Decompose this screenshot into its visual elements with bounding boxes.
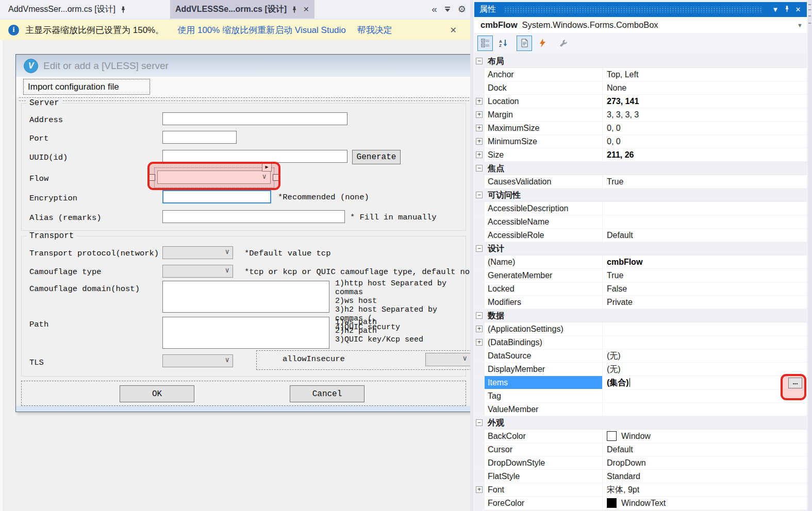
property-value[interactable]: (无) [602,349,807,362]
collection-editor-button[interactable]: ... [788,378,802,388]
events-button[interactable] [535,36,550,51]
properties-title-bar[interactable]: 属性 ▼ ✕ [474,2,807,17]
network-combobox[interactable]: ∨ [162,246,233,259]
property-name[interactable]: Cursor [485,443,602,456]
allow-insecure-combobox[interactable]: ∨ [425,353,470,366]
property-name[interactable]: Locked [485,282,602,295]
property-name[interactable]: AccessibleName [485,215,602,228]
property-value[interactable]: 273, 141 [602,95,807,108]
pin-icon[interactable] [291,6,298,13]
property-value[interactable]: DropDown [602,456,807,469]
collapse-icon[interactable]: − [476,419,483,426]
property-name[interactable]: Size [485,148,602,161]
pinned-tabs-menu-icon[interactable] [444,7,451,12]
property-row[interactable]: AccessibleName [474,215,807,229]
property-row[interactable]: +(DataBindings) [474,336,807,349]
property-value[interactable]: True [602,269,807,282]
property-row[interactable]: +Font宋体, 9pt [474,483,807,497]
property-value[interactable]: cmbFlow [602,256,807,268]
property-row[interactable]: DataSource(无) [474,349,807,363]
property-value[interactable]: 0, 0 [602,122,807,134]
property-name[interactable]: Location [485,95,602,108]
gear-icon[interactable]: ⚙ [458,4,466,15]
tab-addvmess[interactable]: AddVmessSer...orm.cs [设计] [3,0,132,19]
property-value[interactable]: False [602,282,807,295]
property-row[interactable]: GenerateMemberTrue [474,269,807,282]
category-row[interactable]: −外观 [474,416,807,430]
property-name[interactable]: AccessibleDescription [485,202,602,215]
collapsed-panel-strip[interactable] [808,0,812,511]
property-value[interactable]: Default [602,443,807,456]
property-name[interactable]: DataSource [485,349,602,362]
property-value[interactable] [602,215,807,228]
expand-icon[interactable]: + [476,125,483,131]
property-value[interactable]: 宋体, 9pt [602,483,807,496]
property-value[interactable]: Standard [602,470,807,483]
tls-combobox[interactable]: ∨ [162,354,233,367]
expand-icon[interactable]: + [476,326,483,332]
property-value[interactable]: Private [602,296,807,309]
tab-addvless-active[interactable]: AddVLESSSe...orm.cs [设计] ✕ [170,0,314,19]
expand-icon[interactable]: + [476,98,483,105]
window-position-icon[interactable]: ▼ [770,6,781,13]
property-row[interactable]: ForeColorWindowText [474,497,807,510]
property-row[interactable]: +MaximumSize0, 0 [474,122,807,135]
help-me-decide-link[interactable]: 帮我决定 [357,24,392,36]
property-row[interactable]: ValueMember [474,403,807,416]
property-row[interactable]: DockNone [474,81,807,95]
port-input[interactable] [162,131,237,144]
property-value[interactable] [602,336,807,349]
tab-overflow-icon[interactable]: « [432,4,437,15]
flow-combobox[interactable]: ∨ [157,171,271,184]
category-row[interactable]: −布局 [474,55,807,68]
property-name[interactable]: MinimumSize [485,135,602,148]
category-row[interactable]: −焦点 [474,162,807,175]
address-input[interactable] [162,112,347,125]
restart-100-link[interactable]: 使用 100% 缩放比例重新启动 Visual Studio [177,24,346,36]
property-value[interactable]: True [602,175,807,188]
alias-input[interactable] [162,210,345,223]
property-row[interactable]: DropDownStyleDropDown [474,456,807,470]
property-row[interactable]: AccessibleDescription [474,202,807,215]
property-row[interactable]: ModifiersPrivate [474,296,807,309]
property-row[interactable]: BackColorWindow [474,430,807,443]
property-row[interactable]: (Name)cmbFlow [474,256,807,269]
encryption-input[interactable] [162,190,271,203]
property-name[interactable]: Font [485,483,602,496]
property-row[interactable]: Items(集合)... [474,376,807,389]
collapse-icon[interactable]: − [476,58,483,64]
property-row[interactable]: FlatStyleStandard [474,470,807,483]
property-name[interactable]: (ApplicationSettings) [485,322,602,335]
property-name[interactable]: ForeColor [485,497,602,509]
uuid-input[interactable] [162,150,347,163]
expand-icon[interactable]: + [476,339,483,346]
property-value[interactable]: 3, 3, 3, 3 [602,108,807,121]
property-row[interactable]: +MinimumSize0, 0 [474,135,807,148]
property-value[interactable]: (集合)... [602,376,807,389]
property-name[interactable]: (DataBindings) [485,336,602,349]
category-row[interactable]: −数据 [474,309,807,322]
collapse-icon[interactable]: − [476,165,483,172]
smart-tag-button[interactable]: ▶ [262,162,272,172]
close-tab-icon[interactable]: ✕ [303,5,309,13]
property-row[interactable]: +(ApplicationSettings) [474,322,807,336]
cancel-button[interactable]: Cancel [290,385,364,402]
property-row[interactable]: AccessibleRoleDefault [474,229,807,242]
property-row[interactable]: +Size211, 26 [474,148,807,162]
expand-icon[interactable]: + [476,486,483,493]
categorized-button[interactable] [477,36,493,51]
close-notification-icon[interactable]: ✕ [450,25,457,35]
collapse-icon[interactable]: − [476,192,483,198]
generate-button[interactable]: Generate [352,150,401,164]
property-value[interactable]: None [602,81,807,94]
property-value[interactable]: WindowText [602,497,807,509]
property-row[interactable]: DisplayMember(无) [474,363,807,376]
property-value[interactable]: Window [602,430,807,442]
property-row[interactable]: CursorDefault [474,443,807,456]
property-name[interactable]: Dock [485,81,602,94]
collapse-icon[interactable]: − [476,245,483,252]
property-value[interactable]: 211, 26 [602,148,807,161]
import-configuration-button[interactable]: Import configuration file [23,79,150,95]
camouflage-host-textarea[interactable] [162,281,329,313]
property-name[interactable]: Anchor [485,68,602,81]
